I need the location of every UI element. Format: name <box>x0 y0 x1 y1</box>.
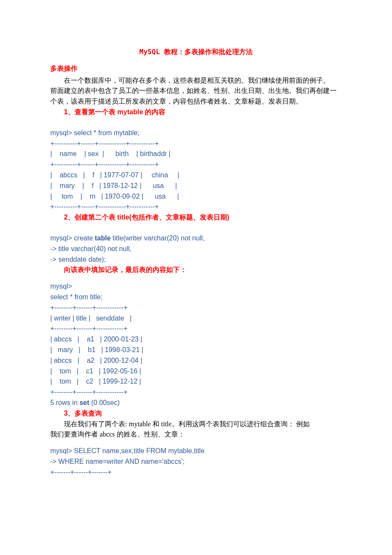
code-pre: mysql> create <box>50 234 95 242</box>
step-1-number: 1、 <box>64 108 75 116</box>
step-3-paragraph-line2: 我们要查询作者 abccs 的姓名、性别、文章： <box>50 429 342 440</box>
code-block-select-title: mysql> select * from title; +--------+--… <box>50 281 342 408</box>
step-1-heading: 1、查看第一个表 mytable 的内容 <box>50 107 342 118</box>
code-block-join-query: mysql> SELECT name,sex,title FROM mytabl… <box>50 446 342 477</box>
step-2-paren: ) <box>227 214 229 221</box>
step-2-keyword: title( <box>117 214 132 221</box>
code-block-create-table: mysql> create table title(writer varchar… <box>50 233 342 265</box>
step-1-text-a: 查看第一个表 <box>75 108 117 116</box>
code2-pre: mysql> select * from title; +--------+--… <box>50 283 144 406</box>
spacer <box>50 275 342 281</box>
step-2-heading: 2、创建第二个表 title(包括作者、文章标题、发表日期) <box>50 212 342 223</box>
document-title: MySQL 教程：多表操作和批处理方法 <box>50 47 342 58</box>
step-3-text: 多表查询 <box>75 410 102 417</box>
document-page: MySQL 教程：多表操作和批处理方法 多表操作 在一个数据库中，可能存在多个表… <box>0 0 392 555</box>
intro-paragraph-line1: 在一个数据库中，可能存在多个表，这些表都是相互关联的。我们继续使用前面的例子。 <box>50 75 342 86</box>
step-1-text-c: 的内容 <box>145 108 165 116</box>
step-3-heading: 3、多表查询 <box>50 408 342 419</box>
step-3-number: 3、 <box>64 410 75 417</box>
code-keyword-set: set <box>79 399 89 406</box>
code-keyword-table: table <box>95 234 110 242</box>
code-block-select-mytable: mysql> select * from mytable; +---------… <box>50 128 342 212</box>
section-header-multi-table: 多表操作 <box>50 64 342 74</box>
code2-post: (0.00sec) <box>89 399 120 406</box>
step-3-paragraph-line1: 现在我们有了两个表: mytable 和 title。利用这两个表我们可以进行组… <box>50 419 342 430</box>
step-1-keyword: mytable <box>117 108 145 116</box>
spacer <box>50 118 342 128</box>
step-2-text-a: 创建第二个表 <box>75 214 117 221</box>
step-2-note: 向该表中填加记录，最后表的内容如下： <box>50 265 342 275</box>
step-2-text-c: 包括作者、文章标题、发表日期 <box>132 214 227 221</box>
step-2-number: 2、 <box>64 214 75 221</box>
intro-paragraph-line2: 前面建立的表中包含了员工的一些基本信息，如姓名、性别、出生日期、出生地。我们再创… <box>50 86 342 107</box>
spacer <box>50 440 342 446</box>
spacer <box>50 223 342 233</box>
